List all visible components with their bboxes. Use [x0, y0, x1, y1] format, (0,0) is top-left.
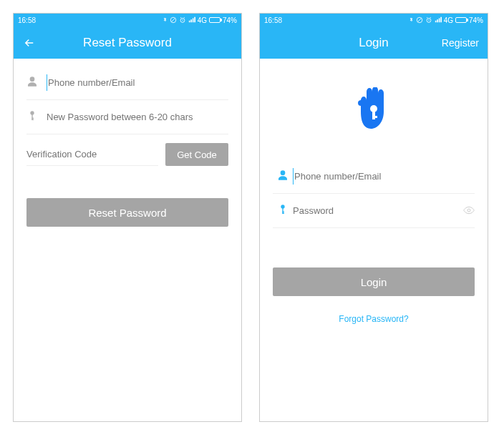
svg-line-8: [417, 19, 421, 22]
svg-rect-16: [282, 212, 284, 213]
svg-rect-6: [32, 119, 34, 119]
toggle-password-visibility[interactable]: [463, 205, 475, 217]
verification-code-input[interactable]: [26, 143, 158, 166]
bluetooth-icon: [163, 16, 168, 24]
svg-rect-12: [372, 116, 377, 118]
eye-icon: [463, 206, 475, 215]
alarm-icon: [425, 16, 432, 24]
dnd-icon: [170, 16, 177, 24]
status-bar: 16:58 4G 74%: [14, 14, 241, 26]
svg-point-3: [30, 111, 34, 114]
phone-field-row: [273, 159, 475, 194]
phone-email-input[interactable]: [293, 168, 475, 185]
svg-point-13: [281, 205, 284, 208]
alarm-icon: [179, 16, 186, 24]
svg-rect-15: [282, 211, 284, 212]
status-time: 16:58: [18, 16, 36, 24]
svg-rect-11: [372, 111, 375, 119]
login-screen: 16:58 4G 74% Login Register: [259, 13, 488, 422]
password-input[interactable]: [293, 202, 463, 219]
hand-key-icon: [355, 87, 392, 132]
get-code-button[interactable]: Get Code: [165, 143, 228, 166]
page-title: Reset Password: [83, 36, 172, 50]
reset-password-button[interactable]: Reset Password: [26, 198, 228, 227]
svg-rect-5: [32, 117, 34, 118]
phone-email-input[interactable]: [47, 74, 228, 91]
reset-form: Get Code Reset Password: [14, 59, 241, 421]
dnd-icon: [416, 16, 423, 24]
signal-icon: [435, 16, 442, 24]
password-field-row: [26, 100, 228, 134]
signal-icon: [188, 16, 195, 24]
svg-point-17: [467, 209, 470, 212]
battery-icon: [455, 17, 467, 23]
back-button[interactable]: [22, 36, 37, 50]
arrow-left-icon: [23, 36, 36, 49]
status-bar: 16:58 4G 74%: [260, 14, 488, 26]
password-field-row: [273, 194, 475, 228]
status-net: 4G: [444, 16, 453, 24]
new-password-input[interactable]: [47, 109, 228, 125]
status-battery: 74%: [223, 16, 237, 24]
user-icon: [273, 170, 293, 184]
reset-password-screen: 16:58 4G 74% Reset Password: [13, 13, 242, 422]
page-title: Login: [359, 36, 389, 50]
key-icon: [26, 110, 47, 124]
forgot-password-link[interactable]: Forgot Password?: [273, 314, 475, 324]
status-icons: 4G 74%: [409, 16, 483, 24]
svg-line-1: [171, 19, 175, 22]
phone-field-row: [26, 66, 228, 100]
status-time: 16:58: [264, 16, 282, 24]
user-icon: [26, 76, 47, 90]
login-form: Login Forgot Password?: [260, 59, 488, 421]
bluetooth-icon: [409, 16, 414, 24]
login-button[interactable]: Login: [273, 267, 475, 296]
battery-icon: [209, 17, 220, 23]
status-icons: 4G 74%: [163, 16, 237, 24]
app-bar: Login Register: [260, 26, 488, 59]
status-net: 4G: [198, 16, 207, 24]
status-battery: 74%: [469, 16, 483, 24]
verification-row: Get Code: [26, 143, 228, 166]
register-link[interactable]: Register: [442, 37, 479, 49]
app-bar: Reset Password: [14, 26, 241, 59]
key-icon: [273, 204, 293, 218]
app-logo: [355, 87, 392, 134]
